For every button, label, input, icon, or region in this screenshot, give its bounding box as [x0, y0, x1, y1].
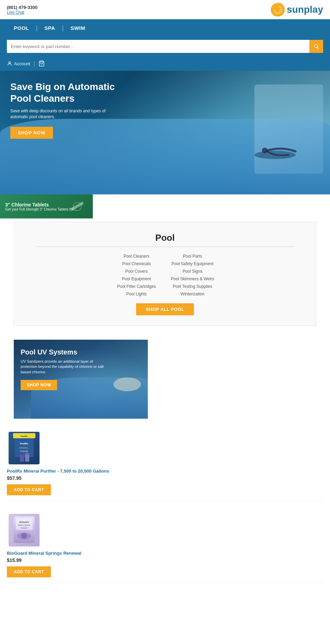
- banner-spacer: [93, 194, 330, 218]
- search-button[interactable]: [309, 40, 323, 53]
- chlorine-title: 3" Chlorine Tablets: [5, 202, 76, 207]
- cart-link[interactable]: [38, 60, 45, 67]
- svg-text:Renewal: Renewal: [21, 527, 27, 529]
- product-name-poolrx[interactable]: PoolRx Mineral Purifier - 7,500 to 20,00…: [7, 468, 109, 474]
- pool-link-skimmers[interactable]: Pool Skimmers & Weirs: [171, 276, 214, 281]
- account-link[interactable]: Account: [7, 61, 30, 66]
- uv-banner: Pool UV Systems UV Sanitizers provide an…: [14, 340, 148, 419]
- top-bar: (801) 479-3300 Live Chat sunplay: [0, 0, 330, 19]
- svg-point-17: [20, 453, 24, 455]
- pool-links-right: Pool Parts Pool Safety Equipment Pool Si…: [164, 254, 221, 296]
- nav-spa[interactable]: SPA: [37, 25, 62, 31]
- add-to-cart-poolrx[interactable]: ADD TO CART: [7, 484, 51, 495]
- swimmer-visual: [248, 143, 302, 163]
- poolrx-image: PoolRx PoolRx MINERAL PURIFIER: [9, 432, 40, 464]
- pool-link-cleaners[interactable]: Pool Cleaners: [116, 254, 157, 259]
- svg-point-25: [21, 533, 27, 539]
- pool-link-lights[interactable]: Pool Lights: [116, 292, 157, 296]
- live-chat-link[interactable]: Live Chat: [7, 10, 37, 15]
- pool-link-testing[interactable]: Pool Testing Supplies: [171, 284, 214, 289]
- uv-title: Pool UV Systems: [21, 348, 107, 356]
- logo-text: sunplay: [287, 4, 323, 15]
- pool-link-equipment[interactable]: Pool Equipment: [116, 276, 157, 281]
- pool-link-filter-cartridges[interactable]: Pool Filter Cartridges: [116, 284, 157, 289]
- uv-content: Pool UV Systems UV Sanitizers provide an…: [21, 348, 107, 390]
- pool-link-winterization[interactable]: Winterization: [171, 292, 214, 296]
- logo[interactable]: sunplay: [271, 3, 323, 16]
- pool-section-wrapper: Pool Pool Cleaners Pool Chemicals Pool C…: [0, 218, 330, 329]
- main-nav: POOL | SPA | SWIM: [0, 19, 330, 36]
- add-to-cart-bioguard[interactable]: ADD TO CART: [7, 566, 51, 577]
- product-card-bioguard: BioGuard Mineral Springs Renewal BioGuar…: [7, 508, 323, 583]
- product-name-bioguard[interactable]: BioGuard Mineral Springs Renewal: [7, 551, 81, 556]
- phone-number[interactable]: (801) 479-3300: [7, 5, 37, 10]
- pool-section-title: Pool: [21, 233, 309, 243]
- svg-text:PURIFIER: PURIFIER: [20, 450, 28, 452]
- account-bar: Account |: [0, 58, 330, 71]
- hero-banner: Save Big on Automatic Pool Cleaners Save…: [0, 71, 330, 194]
- svg-point-2: [276, 8, 279, 11]
- product-price-poolrx: $57.95: [7, 475, 22, 481]
- svg-text:PoolRx: PoolRx: [20, 442, 28, 445]
- svg-text:MINERAL: MINERAL: [19, 447, 29, 449]
- product-card-poolrx: PoolRx PoolRx MINERAL PURIFIER PoolRx Mi…: [7, 426, 323, 501]
- pool-link-signs[interactable]: Pool Signs: [171, 269, 214, 274]
- nav-pool[interactable]: POOL: [7, 25, 36, 31]
- shop-all-pool-button[interactable]: SHOP ALL POOL: [136, 303, 194, 315]
- product-price-bioguard: $15.99: [7, 557, 22, 563]
- pool-links-grid: Pool Cleaners Pool Chemicals Pool Covers…: [21, 254, 309, 296]
- pool-link-parts[interactable]: Pool Parts: [171, 254, 214, 259]
- product-image-bioguard: BioGuard Mineral Springs Renewal: [7, 513, 41, 547]
- cart-icon: [38, 60, 45, 67]
- user-icon: [7, 61, 12, 66]
- svg-point-3: [9, 62, 10, 64]
- section-divider: [35, 247, 295, 247]
- uv-pool-deck: [113, 377, 141, 391]
- uv-banner-wrapper: Pool UV Systems UV Sanitizers provide an…: [0, 329, 330, 419]
- chlorine-tablet-icon: [67, 196, 88, 218]
- hero-content: Save Big on Automatic Pool Cleaners Save…: [10, 81, 120, 139]
- pool-links-left: Pool Cleaners Pool Chemicals Pool Covers…: [109, 254, 164, 296]
- pool-link-covers[interactable]: Pool Covers: [116, 269, 157, 274]
- svg-rect-7: [71, 202, 84, 211]
- svg-text:BioGuard: BioGuard: [19, 521, 29, 523]
- search-icon: [313, 43, 319, 49]
- contact-info: (801) 479-3300 Live Chat: [7, 5, 37, 15]
- bioguard-image: BioGuard Mineral Springs Renewal: [9, 514, 40, 546]
- pool-category-section: Pool Pool Cleaners Pool Chemicals Pool C…: [14, 222, 316, 326]
- products-section: PoolRx PoolRx MINERAL PURIFIER PoolRx Mi…: [0, 419, 330, 590]
- uv-shop-now-button[interactable]: SHOP NOW: [21, 380, 57, 390]
- chlorine-subtitle: Get your Full Strength 3" Chlorine Table…: [5, 207, 76, 211]
- search-bar: [0, 36, 330, 58]
- chlorine-text: 3" Chlorine Tablets Get your Full Streng…: [5, 202, 76, 211]
- chlorine-banner[interactable]: 3" Chlorine Tablets Get your Full Streng…: [0, 194, 93, 218]
- nav-swim[interactable]: SWIM: [64, 25, 92, 31]
- svg-text:PoolRx: PoolRx: [20, 435, 28, 437]
- hero-shop-now-button[interactable]: SHOP NOW: [10, 127, 53, 139]
- pool-link-safety[interactable]: Pool Safety Equipment: [171, 261, 214, 266]
- svg-text:Mineral Springs: Mineral Springs: [18, 524, 30, 526]
- logo-swirl-icon: [271, 3, 285, 16]
- pool-link-chemicals[interactable]: Pool Chemicals: [116, 261, 157, 266]
- search-input[interactable]: [7, 40, 309, 53]
- product-image-poolrx: PoolRx PoolRx MINERAL PURIFIER: [7, 431, 41, 465]
- hero-title: Save Big on Automatic Pool Cleaners: [10, 81, 120, 104]
- uv-subtitle: UV Sanitizers provide an additional laye…: [21, 359, 107, 375]
- hero-subtitle: Save with deep discounts on all brands a…: [10, 108, 120, 120]
- svg-point-18: [25, 453, 29, 455]
- sub-banners-row: 3" Chlorine Tablets Get your Full Streng…: [0, 194, 330, 218]
